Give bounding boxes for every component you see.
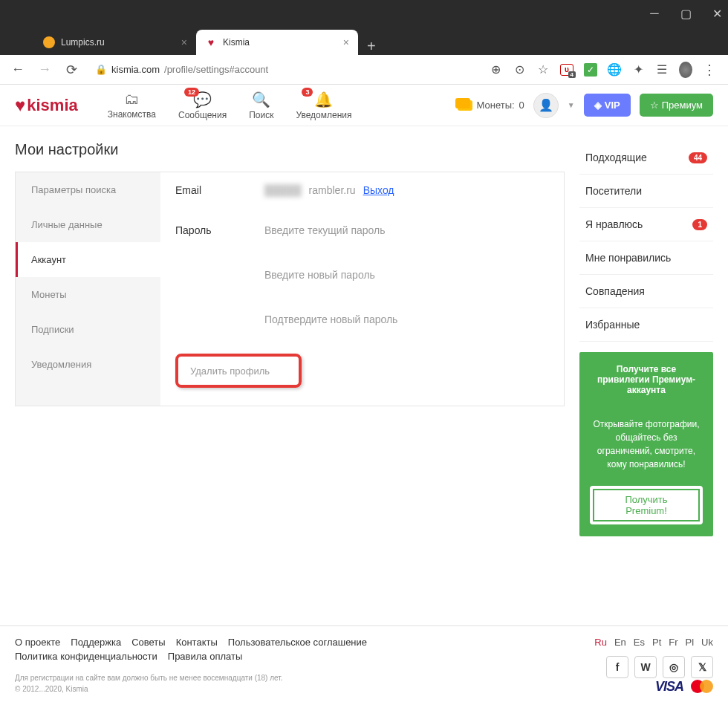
- mastercard-logo: [691, 680, 713, 695]
- browser-tab-lumpics[interactable]: Lumpics.ru ×: [34, 30, 196, 55]
- close-tab-icon[interactable]: ×: [343, 36, 349, 48]
- sidebar-item-label: Избранные: [585, 319, 640, 331]
- new-password-input[interactable]: Введите новый пароль: [264, 264, 549, 285]
- nav-label: Поиск: [249, 110, 273, 120]
- main-content: Мои настройки Параметры поиска Личные да…: [0, 126, 728, 551]
- chevron-down-icon[interactable]: ▼: [568, 101, 575, 109]
- profile-menu[interactable]: 👤: [533, 93, 559, 118]
- forward-button[interactable]: →: [34, 59, 55, 80]
- minimize-button[interactable]: ─: [649, 8, 660, 19]
- footer-link-privacy[interactable]: Политика конфиденциальности: [15, 651, 157, 662]
- footer-link-support[interactable]: Поддержка: [71, 637, 121, 648]
- coins-counter[interactable]: Монеты: 0: [458, 100, 524, 111]
- nav-dating[interactable]: 🗂 Знакомства: [108, 91, 156, 120]
- maximize-button[interactable]: ▢: [680, 8, 691, 19]
- delete-profile-row: Удалить профиль: [160, 342, 564, 406]
- sidebar-item-label: Подходящие: [585, 152, 647, 163]
- lang-pt[interactable]: Pt: [652, 637, 661, 648]
- sidebar-item-visitors[interactable]: Посетители: [579, 175, 713, 208]
- footer-link-tips[interactable]: Советы: [131, 637, 165, 648]
- back-button[interactable]: ←: [7, 59, 28, 80]
- settings-tabs: Параметры поиска Личные данные Аккаунт М…: [16, 172, 160, 406]
- settings-form: Email █████rambler.ru Выход Пароль Введи…: [160, 172, 564, 406]
- legal-copyright: © 2012...2020, Kismia: [15, 683, 713, 695]
- menu-button[interactable]: ⋮: [703, 63, 716, 77]
- promo-title: Получите все привилегии Премиум-аккаунта: [590, 364, 703, 395]
- coins-icon: [458, 100, 472, 111]
- bell-icon: 🔔: [314, 91, 333, 108]
- vip-label: VIP: [605, 100, 620, 111]
- footer-link-agreement[interactable]: Пользовательское соглашение: [228, 637, 367, 648]
- facebook-icon[interactable]: f: [606, 656, 628, 678]
- profile-avatar-icon[interactable]: [679, 63, 692, 77]
- sidebar-item-liked-me[interactable]: Мне понравились: [579, 241, 713, 275]
- delete-profile-link[interactable]: Удалить профиль: [190, 365, 270, 377]
- nav-label: Сообщения: [178, 110, 227, 120]
- tab-coins[interactable]: Монеты: [16, 277, 160, 312]
- settings-column: Мои настройки Параметры поиска Личные да…: [15, 141, 565, 536]
- tab-search-params[interactable]: Параметры поиска: [16, 172, 160, 207]
- premium-button[interactable]: ☆ Премиум: [640, 94, 713, 117]
- reload-button[interactable]: ⟳: [61, 59, 82, 80]
- browser-tab-kismia[interactable]: ♥ Kismia ×: [196, 30, 358, 55]
- diamond-icon: ◈: [594, 100, 602, 111]
- new-tab-button[interactable]: +: [358, 38, 385, 55]
- zoom-icon[interactable]: ⊕: [489, 63, 502, 77]
- nav-search[interactable]: 🔍 Поиск: [249, 91, 273, 120]
- instagram-icon[interactable]: ◎: [663, 656, 685, 678]
- tab-notifications[interactable]: Уведомления: [16, 347, 160, 382]
- site-header: ♥ kismia 🗂 Знакомства 12 💬 Сообщения 🔍 П…: [0, 85, 728, 126]
- close-window-button[interactable]: ✕: [712, 8, 722, 19]
- logout-link[interactable]: Выход: [363, 184, 394, 196]
- tab-personal-data[interactable]: Личные данные: [16, 207, 160, 242]
- url-path: /profile/settings#account: [164, 64, 268, 75]
- badge: 1: [692, 219, 707, 230]
- footer-link-contacts[interactable]: Контакты: [176, 637, 218, 648]
- lang-en[interactable]: En: [614, 637, 626, 648]
- sidebar-item-i-like[interactable]: Я нравлюсь 1: [579, 208, 713, 241]
- close-tab-icon[interactable]: ×: [181, 36, 187, 48]
- footer-link-about[interactable]: О проекте: [15, 637, 60, 648]
- nav-label: Знакомства: [108, 109, 156, 120]
- lang-es[interactable]: Es: [634, 637, 645, 648]
- sidebar-item-favorites[interactable]: Избранные: [579, 308, 713, 342]
- reading-list-icon[interactable]: ☰: [655, 63, 669, 77]
- url-field[interactable]: 🔒 kismia.com/profile/settings#account: [88, 64, 483, 75]
- globe-extension-icon[interactable]: 🌐: [608, 63, 621, 77]
- confirm-password-row: Подтвердите новый пароль: [160, 297, 564, 342]
- current-password-input[interactable]: Введите текущий пароль: [264, 220, 549, 241]
- lang-ru[interactable]: Ru: [594, 637, 607, 648]
- password-row: Пароль Введите текущий пароль: [160, 208, 564, 253]
- twitter-icon[interactable]: 𝕏: [691, 656, 713, 678]
- star-icon[interactable]: ☆: [536, 63, 550, 77]
- extension-icon[interactable]: ✓: [584, 63, 597, 77]
- lang-fr[interactable]: Fr: [669, 637, 677, 648]
- tab-account[interactable]: Аккаунт: [16, 242, 160, 277]
- search-icon[interactable]: ⊙: [513, 63, 526, 77]
- lock-icon: 🔒: [95, 64, 107, 75]
- promo-body: Открывайте фотографии, общайтесь без огр…: [590, 417, 703, 471]
- footer-link-payment[interactable]: Правила оплаты: [168, 651, 243, 662]
- main-nav: 🗂 Знакомства 12 💬 Сообщения 🔍 Поиск 3 🔔 …: [108, 91, 352, 120]
- logo[interactable]: ♥ kismia: [15, 95, 78, 116]
- email-value-group: █████rambler.ru Выход: [264, 184, 549, 196]
- tab-subscriptions[interactable]: Подписки: [16, 312, 160, 347]
- ublock-extension-icon[interactable]: υ4: [560, 64, 573, 76]
- favicon-icon: [43, 36, 55, 48]
- lang-uk[interactable]: Uk: [701, 637, 713, 648]
- email-label: Email: [175, 184, 264, 196]
- sidebar-item-coincidences[interactable]: Совпадения: [579, 275, 713, 308]
- vk-icon[interactable]: W: [634, 656, 657, 678]
- extensions-icon[interactable]: ✦: [631, 63, 645, 77]
- get-premium-button[interactable]: Получить Premium!: [590, 486, 703, 524]
- sidebar-item-matches[interactable]: Подходящие 44: [579, 141, 713, 175]
- email-value: █████: [264, 184, 302, 196]
- lang-pl[interactable]: Pl: [686, 637, 695, 648]
- confirm-password-input[interactable]: Подтвердите новый пароль: [264, 309, 549, 330]
- footer: О проекте Поддержка Советы Контакты Поль…: [0, 625, 728, 702]
- nav-notifications[interactable]: 3 🔔 Уведомления: [296, 91, 351, 120]
- social-links: f W ◎ 𝕏: [606, 656, 713, 678]
- nav-messages[interactable]: 12 💬 Сообщения: [178, 91, 227, 120]
- vip-button[interactable]: ◈ VIP: [584, 94, 631, 117]
- star-icon: ☆: [650, 100, 659, 111]
